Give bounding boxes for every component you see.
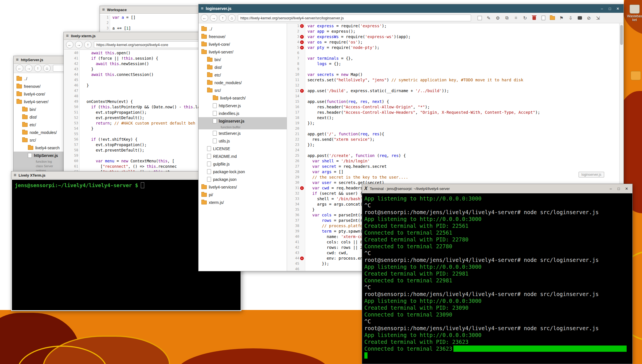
forward-button[interactable]: → bbox=[25, 65, 32, 72]
gears-icon[interactable]: ⚙ bbox=[494, 15, 501, 21]
code-line[interactable]: 19✕}); bbox=[287, 121, 619, 126]
code-line[interactable]: 4✕var os = require('os'); bbox=[287, 40, 619, 45]
home-button[interactable]: ⌂ bbox=[43, 65, 51, 72]
close-button[interactable]: ✕ bbox=[614, 7, 621, 11]
code-line[interactable]: 15✕app.use(function(req, res, next) { bbox=[287, 99, 619, 104]
tree-sub-item[interactable]: function buffer bbox=[199, 125, 287, 129]
code-line[interactable]: 21✕app.get('/', function(req, res){ bbox=[287, 131, 619, 137]
refresh-icon[interactable]: ↻ bbox=[522, 15, 529, 21]
code-line[interactable]: 41✕ if (force || !this.session) { bbox=[64, 56, 205, 61]
back-button[interactable]: ← bbox=[16, 65, 23, 72]
close-button[interactable]: ✕ bbox=[623, 187, 630, 191]
code-line[interactable]: 47✕ bbox=[64, 88, 205, 94]
open-external-icon[interactable]: ⧉ bbox=[503, 15, 510, 21]
tree-item[interactable]: loginserver.js bbox=[199, 117, 287, 125]
tree-item[interactable]: lively4-search/ bbox=[199, 94, 287, 102]
tree-item[interactable]: lively4-services/ bbox=[199, 183, 287, 191]
tree-item[interactable]: ../ bbox=[199, 25, 287, 33]
code-line[interactable]: 50✕ if (this.lastPointerUp && (Date.now(… bbox=[64, 104, 205, 110]
workspace-editor[interactable]: 1✕var a = []2✕3✕a += [1] bbox=[100, 14, 205, 34]
code-line[interactable]: 54✕ } bbox=[64, 126, 205, 131]
code-line[interactable]: 14✕ bbox=[287, 94, 619, 99]
code-line[interactable]: 55✕ bbox=[64, 131, 205, 137]
code-line[interactable]: 25✕app.post('/create', function (req, re… bbox=[287, 153, 619, 158]
code-line[interactable]: 6✕ bbox=[287, 50, 619, 56]
code-line[interactable]: 3✕var expressWs = require('express-ws')(… bbox=[287, 34, 619, 40]
code-line[interactable]: 48✕ bbox=[64, 94, 205, 99]
flag-icon[interactable]: ⚑ bbox=[558, 15, 565, 21]
desktop-folder-icon[interactable] bbox=[627, 71, 642, 81]
terminal-output[interactable]: App listening to http://0.0.0.0:3000^Cro… bbox=[362, 193, 632, 364]
code-line[interactable]: 53✕ return; // #HACK custom prevent defa… bbox=[64, 121, 205, 126]
code-line[interactable]: 29✕ // the secret is the key to the user… bbox=[287, 175, 619, 180]
terminal-titlebar[interactable]: X Terminal - jens@sensorpi: ~/lively4/li… bbox=[362, 184, 632, 193]
code-line[interactable]: 20✕ bbox=[287, 126, 619, 131]
code-line[interactable]: 22✕ res.send("xterm service"); bbox=[287, 137, 619, 142]
scrollbar-thumb[interactable] bbox=[620, 25, 623, 45]
url-input[interactable] bbox=[238, 15, 471, 21]
back-button[interactable]: ← bbox=[201, 14, 208, 22]
code-line[interactable]: 43✕ } bbox=[64, 67, 205, 72]
lively-xterm-titlebar[interactable]: ≡ lively-xterm.js bbox=[64, 32, 205, 40]
code-line[interactable]: 61✕ ["reconnect", () => this.reconnec bbox=[64, 164, 205, 169]
code-line[interactable]: 28✕ var args = [] bbox=[287, 169, 619, 175]
tree-item[interactable]: pi/ bbox=[199, 191, 287, 198]
code-line[interactable]: 5✕var pty = require('node-pty'); bbox=[287, 45, 619, 50]
code-line[interactable]: 8✕ logs = {}; bbox=[287, 61, 619, 67]
code-line[interactable]: 12✕ bbox=[287, 83, 619, 88]
code-line[interactable]: 23✕}); bbox=[287, 142, 619, 148]
tree-item[interactable]: xterm.js/ bbox=[199, 198, 287, 206]
code-line[interactable]: 7✕var terminals = {}, bbox=[287, 56, 619, 61]
code-line[interactable]: 24✕ bbox=[287, 148, 619, 153]
code-line[interactable]: 57✕ evt.stopPropagation(); bbox=[64, 142, 205, 148]
tree-item[interactable]: freenove/ bbox=[199, 33, 287, 40]
tree-item[interactable]: package.json bbox=[199, 175, 287, 183]
code-line[interactable]: 1✕var express = require('express'); bbox=[287, 23, 619, 29]
window-menu-icon[interactable]: ≡ bbox=[102, 7, 105, 12]
code-line[interactable]: 40✕ await this.open() bbox=[64, 50, 205, 56]
code-line[interactable]: 49✕ onContextMenu(evt) { bbox=[64, 99, 205, 104]
up-button[interactable]: ↑ bbox=[84, 41, 92, 48]
code-line[interactable]: 2✕var app = express(); bbox=[287, 29, 619, 34]
comment-icon[interactable] bbox=[576, 15, 583, 21]
code-line[interactable]: 51✕ evt.stopPropagation(); bbox=[64, 110, 205, 115]
workspace-titlebar[interactable]: ≡ Workspace bbox=[100, 6, 205, 14]
code-line[interactable]: 46✕ } bbox=[64, 83, 205, 88]
tree-item[interactable]: indexfiles.js bbox=[199, 109, 287, 117]
forward-button[interactable]: → bbox=[75, 41, 82, 48]
code-line[interactable]: 60✕ var menu = new ContextMenu(this, [ bbox=[64, 158, 205, 164]
tree-item[interactable]: testServer.js bbox=[199, 129, 287, 137]
code-line[interactable]: 27✕ var secret = req.headers.secret bbox=[287, 164, 619, 169]
home-button[interactable]: ⌂ bbox=[228, 14, 236, 22]
wastebasket-icon[interactable]: Wastebasket bbox=[626, 5, 642, 22]
window-menu-icon[interactable]: ≡ bbox=[201, 6, 203, 11]
tree-item[interactable]: utils.js bbox=[199, 137, 287, 145]
code-line[interactable]: 11✕secrets.set("hellolively", "jens") //… bbox=[287, 77, 619, 83]
code-line[interactable]: 42✕ await this.newSession() bbox=[64, 61, 205, 67]
url-input[interactable] bbox=[94, 41, 203, 48]
code-line[interactable]: 58✕ evt.preventDefault(); bbox=[64, 148, 205, 153]
cancel-icon[interactable]: ⊘ bbox=[585, 15, 592, 21]
code-line[interactable]: 17✕ res.header("Access-Control-Allow-Hea… bbox=[287, 110, 619, 115]
code-line[interactable]: 9✕ bbox=[287, 67, 619, 72]
tree-item[interactable]: node_modules/ bbox=[199, 79, 287, 86]
code-line[interactable]: 3✕a += [1] bbox=[100, 26, 205, 31]
up-button[interactable]: ↑ bbox=[34, 65, 42, 72]
new-file-icon[interactable] bbox=[540, 15, 547, 21]
tree-item[interactable]: gulpfile.js bbox=[199, 160, 287, 168]
code-line[interactable]: 2✕ bbox=[100, 20, 205, 26]
code-line[interactable]: 18✕ next(); bbox=[287, 115, 619, 121]
expand-icon[interactable]: ⇲ bbox=[594, 15, 601, 21]
code-line[interactable]: 16✕ res.header("Access-Control-Allow-Ori… bbox=[287, 104, 619, 110]
tree-item[interactable]: httpServer.js bbox=[199, 102, 287, 109]
window-menu-icon[interactable]: ≡ bbox=[14, 173, 16, 177]
folder-icon[interactable] bbox=[549, 15, 556, 21]
maximize-button[interactable]: □ bbox=[606, 7, 613, 11]
tree-item[interactable]: dist/ bbox=[199, 63, 287, 71]
trash-icon[interactable] bbox=[531, 15, 538, 21]
tree-item[interactable]: LICENSE bbox=[199, 145, 287, 152]
code-line[interactable]: 44✕ await this.connectSession() bbox=[64, 72, 205, 77]
window-menu-icon[interactable]: ≡ bbox=[16, 57, 18, 62]
checkbox-icon[interactable] bbox=[476, 15, 483, 21]
code-line[interactable]: 10✕var secrets = new Map() bbox=[287, 72, 619, 77]
